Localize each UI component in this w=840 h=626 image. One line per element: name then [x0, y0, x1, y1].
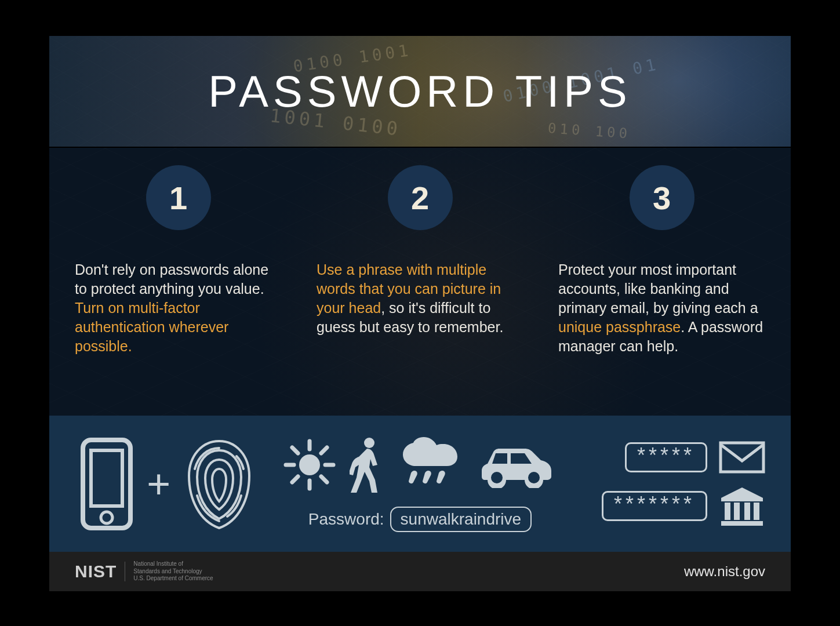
illustration-strip: +: [49, 416, 791, 552]
illustration-passphrase: Password: sunwalkraindrive: [283, 436, 557, 532]
svg-rect-20: [754, 503, 759, 520]
svg-point-12: [364, 438, 374, 448]
svg-point-2: [101, 512, 112, 523]
hero-banner: 0100 1001 1001 0100 0100 1001 01 010 100…: [49, 35, 791, 148]
tip-2: 2 Use a phrase with multiple words that …: [317, 165, 523, 356]
svg-rect-19: [744, 503, 750, 520]
tip-3-text: Protect your most important accounts, li…: [558, 260, 765, 356]
walk-icon: [350, 436, 384, 494]
phone-icon: [81, 438, 133, 530]
sun-icon: [283, 439, 336, 491]
tip-2-text: Use a phrase with multiple words that yo…: [317, 260, 523, 337]
tip-1: 1 Don't rely on passwords alone to prote…: [75, 165, 282, 356]
tip-2-number: 2: [388, 165, 453, 230]
svg-point-14: [528, 472, 540, 483]
svg-rect-18: [734, 503, 740, 520]
password-label: Password:: [308, 510, 384, 529]
svg-line-9: [321, 476, 327, 482]
tip-3: 3 Protect your most important accounts, …: [558, 165, 765, 356]
illustration-mfa: +: [75, 438, 260, 530]
password-example-value: sunwalkraindrive: [390, 507, 532, 532]
footer: NIST National Institute of Standards and…: [49, 552, 791, 591]
svg-line-11: [321, 447, 327, 453]
svg-point-13: [491, 472, 503, 483]
svg-rect-17: [725, 503, 730, 520]
svg-line-8: [292, 447, 298, 453]
page-title: PASSWORD TIPS: [208, 66, 631, 117]
illustration-unique-passphrase: ***** *******: [580, 435, 766, 533]
bank-icon: [719, 485, 765, 527]
svg-point-3: [299, 454, 320, 475]
tip-1-text: Don't rely on passwords alone to protect…: [75, 260, 282, 356]
nist-org-name: National Institute of Standards and Tech…: [133, 561, 213, 583]
svg-rect-1: [91, 450, 122, 506]
password-mask-bank: *******: [602, 491, 707, 521]
svg-rect-15: [721, 443, 763, 472]
fingerprint-icon: [184, 438, 254, 530]
tip-3-number: 3: [630, 165, 694, 230]
tip-1-number: 1: [146, 165, 211, 230]
svg-rect-16: [721, 521, 763, 526]
password-tips-poster: 0100 1001 1001 0100 0100 1001 01 010 100…: [49, 35, 791, 591]
rain-cloud-icon: [398, 437, 462, 492]
envelope-icon: [719, 441, 765, 474]
nist-logo: NIST National Institute of Standards and…: [75, 561, 213, 583]
svg-line-10: [292, 476, 298, 482]
footer-url: www.nist.gov: [684, 563, 765, 580]
plus-icon: +: [147, 461, 170, 507]
car-icon: [476, 442, 557, 488]
tips-section: 1 Don't rely on passwords alone to prote…: [49, 148, 791, 416]
nist-wordmark: NIST: [75, 562, 125, 581]
password-mask-email: *****: [625, 442, 707, 472]
